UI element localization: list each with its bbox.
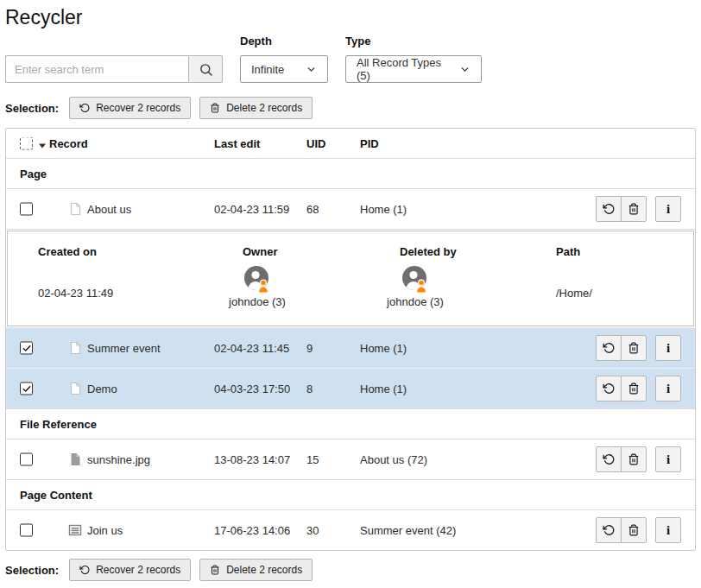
uid-cell: 8	[306, 383, 313, 395]
recover-button[interactable]	[596, 446, 622, 472]
info-icon: i	[666, 202, 670, 217]
pid-cell: Summer event (42)	[360, 524, 456, 537]
info-icon: i	[666, 452, 670, 467]
pid-cell: Home (1)	[360, 203, 407, 216]
table-row: Summer event 02-04-23 11:45 9 Home (1) i	[6, 327, 695, 368]
delete-button[interactable]	[621, 196, 647, 222]
uid-cell: 30	[306, 524, 319, 537]
recover-icon	[79, 103, 90, 113]
delete-button[interactable]	[621, 376, 647, 401]
selection-bar-bottom: Selection: Recover 2 records Delete 2 re…	[5, 559, 696, 581]
recover-selection-button[interactable]: Recover 2 records	[69, 97, 191, 119]
table-row: sunshine.jpg 13-08-23 14:07 15 About us …	[6, 439, 695, 479]
row-checkbox[interactable]	[20, 342, 33, 355]
deleted-by-cell: johndoe (3)	[381, 266, 450, 308]
search-input[interactable]	[5, 55, 188, 83]
trash-icon	[210, 565, 220, 575]
info-button[interactable]: i	[655, 196, 681, 222]
depth-label: Depth	[240, 35, 328, 47]
table-row: Demo 04-03-23 17:50 8 Home (1) i	[6, 368, 695, 408]
recycler-module: Recycler Depth Infinite Type All Record …	[0, 4, 701, 581]
owner-cell: johndoe (3)	[223, 266, 292, 308]
recover-selection-button[interactable]: Recover 2 records	[69, 559, 191, 581]
recover-button[interactable]	[596, 376, 622, 401]
info-button[interactable]: i	[655, 376, 681, 401]
deleted-by-label: Deleted by	[400, 245, 457, 258]
record-title[interactable]: Demo	[87, 383, 117, 395]
row-checkbox[interactable]	[20, 453, 33, 466]
record-detail-panel: Created on Owner Deleted by Path 02-04-2…	[6, 229, 695, 327]
record-title[interactable]: About us	[87, 203, 131, 216]
last-edit-cell: 17-06-23 14:06	[214, 524, 290, 537]
delete-selection-label: Delete 2 records	[226, 102, 302, 114]
recover-icon	[79, 565, 90, 575]
search-button[interactable]	[188, 55, 223, 83]
table-row: About us 02-04-23 11:59 68 Home (1) i	[6, 188, 695, 229]
info-icon: i	[666, 382, 670, 396]
column-header-pid: PID	[360, 137, 379, 150]
owner-label: Owner	[243, 245, 277, 258]
page-icon	[68, 382, 82, 395]
recycler-table: Record Last edit UID PID Page About us 0…	[5, 128, 696, 551]
search-icon	[199, 62, 213, 77]
selection-label: Selection:	[5, 564, 59, 577]
group-row-page: Page	[6, 158, 695, 188]
last-edit-cell: 02-04-23 11:59	[214, 203, 289, 216]
last-edit-cell: 02-04-23 11:45	[214, 342, 289, 355]
last-edit-cell: 13-08-23 14:07	[214, 453, 290, 466]
page-title: Recycler	[5, 4, 696, 30]
created-on-label: Created on	[38, 245, 97, 258]
delete-button[interactable]	[621, 446, 647, 472]
uid-cell: 68	[306, 203, 319, 216]
uid-cell: 9	[306, 342, 313, 355]
group-row-page-content: Page Content	[6, 479, 695, 509]
info-button[interactable]: i	[655, 517, 681, 543]
column-header-record: Record	[49, 137, 88, 150]
group-row-file-reference: File Reference	[6, 408, 695, 439]
selection-label: Selection:	[5, 102, 59, 115]
info-button[interactable]: i	[655, 446, 681, 472]
selection-dropdown-caret-icon[interactable]	[39, 144, 46, 152]
user-avatar	[243, 266, 271, 294]
table-header: Record Last edit UID PID	[6, 129, 695, 158]
column-header-uid: UID	[306, 137, 325, 150]
record-title[interactable]: sunshine.jpg	[87, 453, 150, 466]
type-label: Type	[345, 35, 482, 47]
recover-button[interactable]	[596, 335, 622, 361]
info-icon: i	[666, 523, 670, 538]
owner-username: johndoe (3)	[229, 295, 286, 308]
chevron-down-icon	[459, 64, 470, 75]
row-checkbox[interactable]	[20, 524, 33, 537]
delete-button[interactable]	[621, 517, 647, 543]
recover-selection-label: Recover 2 records	[96, 102, 180, 114]
file-icon	[68, 452, 82, 466]
record-title[interactable]: Join us	[87, 524, 123, 537]
filter-bar: Depth Infinite Type All Record Types (5)	[5, 35, 696, 83]
created-on-value: 02-04-23 11:49	[38, 287, 113, 300]
page-icon	[68, 341, 82, 355]
type-select[interactable]: All Record Types (5)	[345, 55, 482, 83]
record-title[interactable]: Summer event	[87, 342, 161, 355]
chevron-down-icon	[306, 64, 317, 75]
path-label: Path	[556, 245, 580, 258]
delete-selection-button[interactable]: Delete 2 records	[199, 559, 313, 581]
delete-selection-label: Delete 2 records	[226, 564, 302, 576]
recover-selection-label: Recover 2 records	[96, 564, 180, 576]
row-checkbox[interactable]	[20, 383, 33, 395]
path-value: /Home/	[556, 287, 592, 300]
pid-cell: Home (1)	[360, 342, 407, 355]
deleted-by-username: johndoe (3)	[387, 295, 444, 308]
row-checkbox[interactable]	[20, 203, 33, 216]
info-button[interactable]: i	[655, 335, 681, 361]
recover-button[interactable]	[596, 196, 622, 222]
uid-cell: 15	[306, 453, 319, 466]
recover-button[interactable]	[596, 517, 622, 543]
delete-button[interactable]	[621, 335, 647, 361]
depth-filter: Depth Infinite	[240, 35, 328, 83]
select-all-checkbox[interactable]	[20, 137, 33, 150]
delete-selection-button[interactable]: Delete 2 records	[199, 97, 313, 119]
depth-select[interactable]: Infinite	[240, 55, 328, 83]
selection-bar-top: Selection: Recover 2 records Delete 2 re…	[5, 97, 696, 119]
table-row: Join us 17-06-23 14:06 30 Summer event (…	[6, 509, 695, 550]
column-header-last-edit: Last edit	[214, 137, 260, 150]
